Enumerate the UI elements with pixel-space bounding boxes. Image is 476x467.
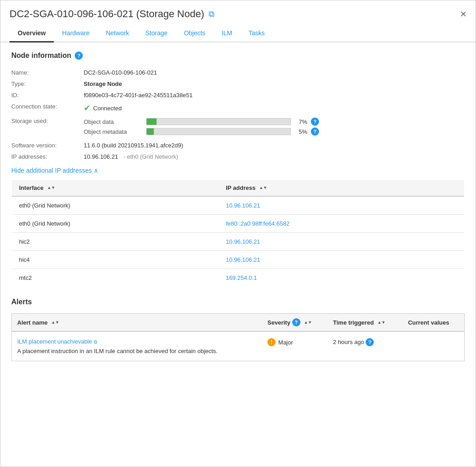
alert-name-sort-icon[interactable]: ▲▼ xyxy=(51,321,59,325)
interface-col-label: Interface xyxy=(19,184,43,191)
tab-network[interactable]: Network xyxy=(98,25,137,42)
object-data-pct: 7% xyxy=(295,118,307,125)
object-metadata-pct: 5% xyxy=(295,128,307,135)
name-value: DC2-SGA-010-096-106-021 xyxy=(84,67,465,78)
ip-table-body: eth0 (Grid Network)10.96.106.21eth0 (Gri… xyxy=(12,196,465,287)
chevron-up-icon: ∧ xyxy=(94,167,98,174)
object-data-bar-container xyxy=(146,118,291,125)
external-link-icon[interactable]: ⧉ xyxy=(209,9,214,19)
storage-bars: Object data 7% ? Object metadata 5% xyxy=(84,115,465,140)
ip-label: IP addresses: xyxy=(11,151,84,162)
hide-additional-ip-link[interactable]: Hide additional IP addresses ∧ xyxy=(11,167,465,174)
software-row: Software version: 11.6.0 (build 20210915… xyxy=(11,140,465,151)
ip-col-label: IP address xyxy=(226,184,256,191)
connection-row: Connection state: ✔ Connected xyxy=(11,101,465,115)
tab-bar: Overview Hardware Network Storage Object… xyxy=(0,25,476,42)
modal-header: DC2-SGA-010-096-106-021 (Storage Node) ⧉… xyxy=(0,0,476,25)
object-metadata-bar-container xyxy=(146,128,291,135)
ip-address-text: 10.96.106.21 - eth0 (Grid Network) xyxy=(84,153,178,160)
ip-table-row: eth0 (Grid Network)10.96.106.21 xyxy=(12,196,465,215)
alerts-section-title: Alerts xyxy=(11,298,465,306)
storage-label: Storage used: xyxy=(11,115,84,140)
alert-name-link[interactable]: ILM placement unachievable ⧉ xyxy=(17,338,97,345)
tab-objects[interactable]: Objects xyxy=(176,25,213,42)
time-sort-icon[interactable]: ▲▼ xyxy=(377,321,386,325)
connected-check-icon: ✔ xyxy=(84,103,90,113)
id-row: ID: f0890e03-4c72-401f-ae92-245511a38e51 xyxy=(11,90,465,101)
tab-storage[interactable]: Storage xyxy=(137,25,176,42)
tab-tasks[interactable]: Tasks xyxy=(240,25,273,42)
time-header: Time triggered ▲▼ xyxy=(328,314,403,332)
interface-cell: hic4 xyxy=(12,251,219,269)
connection-state: ✔ Connected xyxy=(84,103,465,113)
object-metadata-help-icon[interactable]: ? xyxy=(311,127,319,136)
time-help-icon[interactable]: ? xyxy=(366,338,374,346)
node-info-table: Name: DC2-SGA-010-096-106-021 Type: Stor… xyxy=(11,67,465,162)
ip-table-ip-header: IP address ▲▼ xyxy=(219,180,464,197)
alert-name-col-label: Alert name xyxy=(17,319,48,326)
time-cell: 2 hours ago ? xyxy=(328,331,403,361)
severity-sort-icon[interactable]: ▲▼ xyxy=(304,321,312,325)
ip-address-main: 10.96.106.21 xyxy=(84,153,118,160)
time-col-label: Time triggered xyxy=(333,319,374,326)
ip-cell: fe80::2a0:98ff:fe64:6582 xyxy=(219,215,464,233)
title-text: DC2-SGA-010-096-106-021 (Storage Node) xyxy=(10,8,204,20)
close-button[interactable]: × xyxy=(460,8,466,20)
severity-header: Severity ? ▲▼ xyxy=(262,314,328,332)
ip-address-table: Interface ▲▼ IP address ▲▼ eth0 (Grid Ne… xyxy=(11,179,465,287)
software-value: 11.6.0 (build 20210915.1941.afce2d9) xyxy=(84,140,465,151)
tab-hardware[interactable]: Hardware xyxy=(54,25,98,42)
ip-table-row: hic210.96.106.21 xyxy=(12,233,465,251)
name-label: Name: xyxy=(11,67,84,78)
interface-cell: mtc2 xyxy=(12,269,219,287)
node-info-title-text: Node information xyxy=(11,52,71,60)
alert-external-icon: ⧉ xyxy=(94,339,97,344)
tab-overview[interactable]: Overview xyxy=(10,25,54,42)
main-content: Node information ? Name: DC2-SGA-010-096… xyxy=(0,42,476,370)
object-data-help-icon[interactable]: ? xyxy=(311,118,319,126)
type-value: Storage Node xyxy=(84,78,465,90)
object-metadata-bar-fill xyxy=(147,128,154,135)
connection-label: Connection state: xyxy=(11,101,84,115)
hide-link-text: Hide additional IP addresses xyxy=(11,167,92,174)
alert-name-header: Alert name ▲▼ xyxy=(12,314,262,332)
type-label: Type: xyxy=(11,78,84,90)
alerts-table-body: ILM placement unachievable ⧉ A placement… xyxy=(12,331,465,361)
ip-table-interface-header: Interface ▲▼ xyxy=(12,180,219,197)
alert-description: A placement instruction in an ILM rule c… xyxy=(17,348,257,354)
tab-ilm[interactable]: ILM xyxy=(214,25,240,42)
storage-row: Storage used: Object data 7% ? Object me… xyxy=(11,115,465,140)
node-info-help-icon[interactable]: ? xyxy=(75,52,83,60)
severity-badge: ! Major xyxy=(267,338,322,346)
interface-sort-icon[interactable]: ▲▼ xyxy=(47,186,55,190)
severity-text: Major xyxy=(278,339,293,346)
ip-cell: 10.96.106.21 xyxy=(219,196,464,215)
object-data-bar-fill xyxy=(147,118,157,125)
modal-container: DC2-SGA-010-096-106-021 (Storage Node) ⧉… xyxy=(0,0,476,467)
severity-cell: ! Major xyxy=(262,331,328,361)
alerts-table: Alert name ▲▼ Severity ? ▲▼ xyxy=(11,313,465,361)
object-metadata-bar-row: Object metadata 5% ? xyxy=(84,127,465,136)
values-col-label: Current values xyxy=(408,319,449,326)
ip-cell: 10.96.106.21 xyxy=(219,251,464,269)
object-metadata-label: Object metadata xyxy=(84,128,143,135)
id-label: ID: xyxy=(11,90,84,101)
interface-cell: eth0 (Grid Network) xyxy=(12,196,219,215)
severity-col-label: Severity xyxy=(267,319,290,326)
interface-cell: hic2 xyxy=(12,233,219,251)
object-data-label: Object data xyxy=(84,118,143,125)
ip-table-row: mtc2169.254.0.1 xyxy=(12,269,465,287)
ip-row: IP addresses: 10.96.106.21 - eth0 (Grid … xyxy=(11,151,465,162)
alerts-title-text: Alerts xyxy=(11,298,32,306)
ip-table-row: hic410.96.106.21 xyxy=(12,251,465,269)
ip-table-header-row: Interface ▲▼ IP address ▲▼ xyxy=(12,180,465,197)
ip-sort-icon[interactable]: ▲▼ xyxy=(259,186,267,190)
type-value-text: Storage Node xyxy=(84,80,122,87)
alerts-header-row: Alert name ▲▼ Severity ? ▲▼ xyxy=(12,314,465,332)
severity-help-icon[interactable]: ? xyxy=(292,318,300,326)
ip-table-row: eth0 (Grid Network)fe80::2a0:98ff:fe64:6… xyxy=(12,215,465,233)
values-header: Current values xyxy=(403,314,465,332)
object-data-bar-row: Object data 7% ? xyxy=(84,118,465,126)
node-info-section-title: Node information ? xyxy=(11,52,465,60)
software-label: Software version: xyxy=(11,140,84,151)
